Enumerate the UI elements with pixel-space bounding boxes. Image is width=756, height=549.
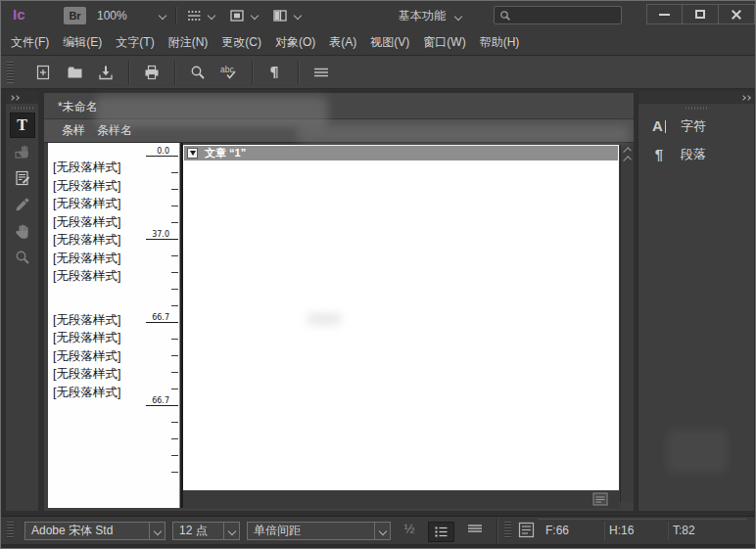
view-tab[interactable]: 条样名 <box>97 122 132 139</box>
ruler-minor-tick <box>171 372 178 373</box>
zoom-level-dropdown[interactable]: 100% <box>97 7 165 24</box>
toolbar-menu-button[interactable] <box>307 59 335 86</box>
ruler-minor-tick <box>171 206 178 206</box>
chevron-down-icon <box>294 12 302 20</box>
zoom-button[interactable] <box>184 59 212 86</box>
chevron-down-icon <box>374 523 390 539</box>
menu-item[interactable]: 更改(C) <box>221 34 261 51</box>
print-icon <box>143 64 161 81</box>
titlebar-separator <box>175 7 176 24</box>
menu-item[interactable]: 视图(V) <box>370 34 409 51</box>
position-tool-icon <box>14 143 31 160</box>
statusbar: Adobe 宋体 Std 12 点 单倍间距 ½ <box>1 516 755 544</box>
count-field: T:82 <box>669 522 732 540</box>
maximize-button[interactable] <box>683 4 719 24</box>
ruler-minor-tick <box>171 355 178 356</box>
workspace: T <box>1 89 755 516</box>
screen-mode-icon <box>228 7 246 24</box>
menu-item[interactable]: 对象(O) <box>275 34 315 51</box>
menu-item[interactable]: 编辑(E) <box>63 34 102 51</box>
character-panel-tab[interactable]: A 字符 <box>638 112 754 140</box>
toolbar-separator <box>298 61 299 84</box>
menu-item[interactable]: 附注(N) <box>168 34 209 51</box>
ruler-tick-label: 37.0 <box>152 230 169 239</box>
chevron-down-icon <box>454 12 462 20</box>
ruler-minor-tick <box>171 455 178 456</box>
view-tab-bar: 条样条样名 <box>44 119 634 143</box>
tools-panel-header[interactable] <box>6 91 38 104</box>
position-tool-button[interactable] <box>6 138 38 164</box>
font-family-select[interactable]: Adobe 宋体 Std <box>24 522 165 540</box>
paragraph-panel-tab[interactable]: ¶ 段落 <box>638 140 754 168</box>
expand-panel-icon <box>10 96 19 100</box>
layout-view-jump-icon[interactable] <box>592 492 608 506</box>
type-tool-button[interactable]: T <box>6 112 38 138</box>
story-stats-icon <box>518 522 535 538</box>
arrange-documents-icon <box>271 7 289 24</box>
minimize-button[interactable] <box>646 4 683 24</box>
close-button[interactable] <box>719 4 755 24</box>
arrange-documents-dropdown[interactable] <box>271 6 301 25</box>
statusbar-menu-button[interactable] <box>465 522 485 535</box>
note-tool-button[interactable] <box>6 164 38 191</box>
right-panel-header[interactable] <box>638 91 754 104</box>
collapse-story-button[interactable] <box>187 148 198 159</box>
vertical-scrollbar[interactable] <box>620 145 634 502</box>
menu-item[interactable]: 文件(F) <box>11 34 49 51</box>
menu-item[interactable]: 文字(T) <box>116 34 154 51</box>
search-input[interactable] <box>515 9 616 23</box>
spell-check-button[interactable]: abc <box>215 59 243 86</box>
close-icon <box>731 9 742 21</box>
galley-info-toggle-button[interactable] <box>428 522 454 542</box>
show-hidden-characters-button[interactable] <box>261 59 289 86</box>
ruler-minor-tick <box>171 389 178 389</box>
ruler-tick-label: 0.0 <box>157 147 169 156</box>
bridge-button[interactable]: Br <box>64 7 86 24</box>
ruler-major-tick: 37.0 <box>146 239 178 240</box>
ruler-minor-tick <box>171 422 178 423</box>
paragraph-style-column: [无段落样式][无段落样式][无段落样式][无段落样式][无段落样式][无段落样… <box>48 143 180 508</box>
hand-tool-button[interactable] <box>6 217 38 244</box>
document-tab-bar: *未命名 <box>44 93 634 119</box>
screen-mode-dropdown[interactable] <box>228 6 258 25</box>
toolbar-separator <box>252 61 253 84</box>
app-toolbar: abc <box>1 56 755 89</box>
font-size-value: 12 点 <box>173 523 223 539</box>
collapse-dock-icon <box>741 96 750 100</box>
workspace-switcher[interactable]: 基本功能 <box>399 8 461 24</box>
menu-item[interactable]: 窗口(W) <box>423 34 465 51</box>
chevron-down-icon <box>251 12 259 20</box>
story-editor-area[interactable]: 文章 “1” <box>183 145 619 490</box>
menu-item[interactable]: 表(A) <box>329 34 356 51</box>
menubar: 文件(F)编辑(E)文字(T)附注(N)更改(C)对象(O)表(A)视图(V)窗… <box>1 30 755 56</box>
font-size-select[interactable]: 12 点 <box>172 522 240 540</box>
new-document-button[interactable] <box>29 59 57 86</box>
toolbar-grip[interactable] <box>7 62 14 83</box>
type-tool-icon: T <box>17 117 27 133</box>
eyedropper-tool-button[interactable] <box>6 191 38 217</box>
note-tool-icon <box>14 169 31 187</box>
chevron-down-icon <box>149 523 165 539</box>
document-tab[interactable]: *未命名 <box>58 99 98 115</box>
menu-item[interactable]: 帮助(H) <box>480 34 520 51</box>
tools-panel-grip[interactable] <box>12 107 33 110</box>
right-panel-grip[interactable] <box>685 107 707 110</box>
line-numbers-button[interactable]: ½ <box>401 522 418 536</box>
new-document-icon <box>34 64 52 81</box>
save-button[interactable] <box>92 59 119 86</box>
paragraph-panel-label: 段落 <box>681 146 706 163</box>
view-tab[interactable]: 条样 <box>62 122 85 139</box>
view-options-dropdown[interactable] <box>185 6 214 25</box>
leading-select[interactable]: 单倍间距 <box>247 522 391 540</box>
statusbar-grip[interactable] <box>7 522 14 539</box>
statusbar-grip[interactable] <box>504 522 511 539</box>
zoom-tool-button[interactable] <box>6 244 38 270</box>
open-folder-button[interactable] <box>61 59 88 86</box>
print-button[interactable] <box>138 59 165 86</box>
chevron-down-icon <box>159 12 166 20</box>
tools-panel: T <box>6 91 38 511</box>
svg-text:abc: abc <box>220 65 234 74</box>
paragraph-icon: ¶ <box>648 147 670 161</box>
word-count-button[interactable] <box>518 522 535 538</box>
statusbar-separator <box>496 519 497 543</box>
